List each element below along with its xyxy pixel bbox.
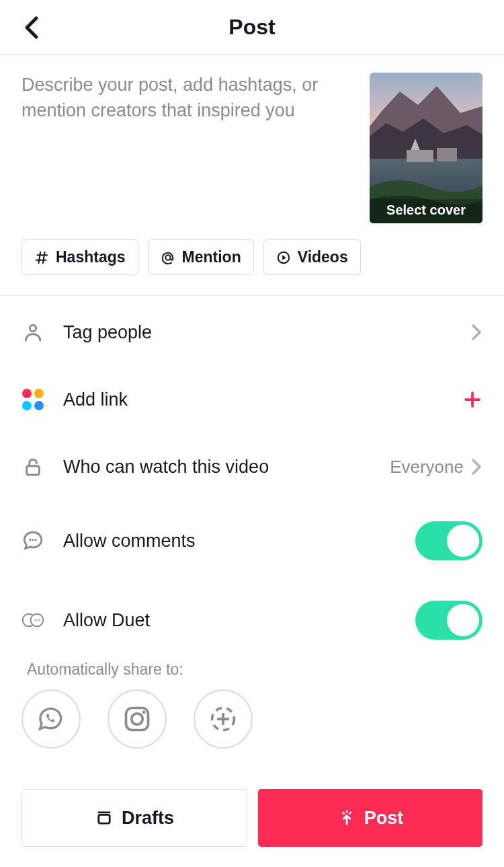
tag-people-row[interactable]: Tag people <box>22 299 482 366</box>
svg-point-19 <box>142 711 146 714</box>
allow-duet-toggle[interactable] <box>415 601 482 640</box>
whatsapp-icon <box>36 704 66 734</box>
duet-icon <box>22 609 44 632</box>
dots-icon <box>22 388 44 411</box>
select-cover-label: Select cover <box>370 202 482 218</box>
allow-comments-row: Allow comments <box>22 507 482 574</box>
play-circle-icon <box>276 250 291 265</box>
mention-chip[interactable]: Mention <box>148 239 254 275</box>
drafts-button[interactable]: Drafts <box>22 789 247 847</box>
svg-rect-3 <box>437 148 457 161</box>
header: Post <box>0 0 504 55</box>
svg-point-5 <box>165 255 170 260</box>
chevron-left-icon <box>23 15 39 40</box>
privacy-label: Who can watch this video <box>63 457 371 478</box>
person-icon <box>22 321 44 344</box>
svg-point-10 <box>32 539 34 541</box>
instagram-share[interactable] <box>108 689 167 749</box>
privacy-row[interactable]: Who can watch this video Everyone <box>22 433 482 500</box>
share-label: Automatically share to: <box>0 654 504 689</box>
chevron-right-icon <box>470 323 482 342</box>
back-button[interactable] <box>19 15 43 40</box>
lock-icon <box>22 455 44 478</box>
allow-duet-label: Allow Duet <box>63 610 396 631</box>
chevron-right-icon <box>470 457 482 476</box>
svg-rect-8 <box>27 466 40 475</box>
post-button-label: Post <box>364 808 404 829</box>
svg-point-15 <box>37 619 38 621</box>
compose-area: Describe your post, add hashtags, or men… <box>0 55 504 223</box>
cover-thumbnail <box>370 73 482 223</box>
description-input[interactable]: Describe your post, add hashtags, or men… <box>22 73 356 223</box>
svg-point-9 <box>29 539 31 541</box>
svg-point-18 <box>132 714 143 725</box>
add-circle-dashed-icon <box>208 704 238 734</box>
post-button[interactable]: Post <box>258 789 482 847</box>
options-list: Tag people Add link Who can watch this v… <box>0 296 504 654</box>
tag-people-label: Tag people <box>63 322 452 343</box>
instagram-icon <box>122 704 152 734</box>
more-share[interactable] <box>194 689 253 749</box>
allow-comments-label: Allow comments <box>63 531 396 552</box>
svg-point-16 <box>39 619 40 621</box>
whatsapp-share[interactable] <box>22 689 81 749</box>
videos-chip-label: Videos <box>298 248 348 266</box>
allow-comments-toggle[interactable] <box>415 521 482 560</box>
hashtags-chip[interactable]: Hashtags <box>22 239 138 275</box>
hash-icon <box>34 250 49 265</box>
svg-point-14 <box>34 619 36 621</box>
share-icons <box>0 689 504 749</box>
privacy-value: Everyone <box>390 457 464 478</box>
drafts-button-label: Drafts <box>122 808 174 829</box>
allow-duet-row: Allow Duet <box>22 587 482 654</box>
cover-selector[interactable]: Select cover <box>370 73 482 223</box>
svg-rect-2 <box>407 150 433 162</box>
mention-chip-label: Mention <box>182 248 241 266</box>
chip-row: Hashtags Mention Videos <box>0 223 504 296</box>
plus-icon <box>462 389 482 410</box>
add-link-row[interactable]: Add link <box>22 366 482 433</box>
add-link-label: Add link <box>63 389 444 410</box>
comment-icon <box>22 529 44 552</box>
hashtags-chip-label: Hashtags <box>56 248 126 266</box>
button-row: Drafts Post <box>22 789 482 847</box>
page-title: Post <box>228 15 275 40</box>
svg-point-7 <box>30 325 36 331</box>
post-icon <box>337 808 356 827</box>
videos-chip[interactable]: Videos <box>263 239 361 275</box>
svg-rect-21 <box>99 815 110 823</box>
svg-point-11 <box>35 539 37 541</box>
drafts-icon <box>95 808 114 827</box>
at-icon <box>161 250 175 265</box>
